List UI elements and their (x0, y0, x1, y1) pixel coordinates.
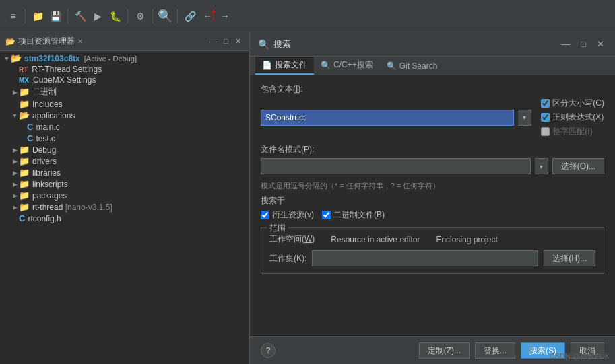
tree-item-rtconfigh[interactable]: C rtconfig.h (0, 213, 249, 224)
toolbar-settings-icon[interactable]: ⚙ (133, 9, 148, 24)
choose-o-btn[interactable]: 选择(O)... (552, 158, 604, 174)
tree-label-packages: packages (32, 191, 67, 201)
search-in-row: 搜索于 衍生资源(v) 二进制文件(B) (261, 195, 604, 221)
tree-item-linkscripts[interactable]: ▶ 📁 linkscripts (0, 178, 249, 190)
folder-icon-linkscripts: 📁 (19, 179, 30, 189)
checkboxes-right: 区分大小写(C) 正则表达式(X) 整字匹配(I) (541, 98, 604, 137)
tree-label-testc: test.c (36, 134, 55, 143)
filename-row: 文件名模式(P): ▾ 选择(O)... (261, 144, 604, 174)
tab-cpp-icon: 🔍 (321, 61, 331, 70)
filename-input[interactable] (261, 158, 531, 174)
tree-arrow-cubemx (11, 77, 19, 83)
content-dropdown-btn[interactable]: ▾ (518, 110, 531, 126)
c-icon-testc: C (27, 133, 33, 143)
tree-arrow-linkscripts: ▶ (11, 181, 19, 188)
tree-label-drivers: drivers (32, 157, 57, 166)
panel-close-icon: ✕ (77, 38, 83, 45)
checkbox-regex[interactable]: 正则表达式(X) (541, 112, 604, 123)
dialog-title-text: 搜索 (273, 38, 291, 50)
main-layout: 📂 项目资源管理器 ✕ — □ ✕ ▼ 📂 stm32f103c8tx [Act… (0, 32, 615, 364)
help-btn[interactable]: ? (261, 343, 276, 358)
tab-searchfiles-icon: 📄 (262, 61, 272, 70)
tree-arrow-libraries: ▶ (11, 170, 19, 176)
tree-item-cubemx[interactable]: MX CubeMX Settings (0, 75, 249, 85)
tree-item-binary[interactable]: ▶ 📁 二进制 (0, 85, 249, 98)
scope-active-editor-option[interactable]: Resource in active editor (331, 235, 420, 244)
search-in-derived[interactable]: 衍生资源(v) (261, 209, 314, 221)
tree-arrow-debug: ▶ (11, 147, 19, 153)
panel-close-btn[interactable]: ✕ (233, 36, 243, 46)
toolbar-save-icon[interactable]: 💾 (48, 9, 63, 24)
tree-arrow-packages: ▶ (11, 192, 19, 199)
content-input[interactable] (261, 110, 514, 126)
panel-maximize-btn[interactable]: □ (222, 36, 230, 46)
tree-item-applications[interactable]: ▼ 📂 applications (0, 110, 249, 121)
rt-icon: RT (19, 66, 28, 73)
tree-item-drivers[interactable]: ▶ 📁 drivers (0, 155, 249, 167)
scope-legend: 范围 (267, 223, 288, 234)
tree-arrow-testc (19, 135, 27, 142)
tree-item-packages[interactable]: ▶ 📁 packages (0, 190, 249, 201)
tab-git-search[interactable]: 🔍 Git Search (380, 59, 445, 75)
tree-item-mainc[interactable]: C main.c (0, 121, 249, 133)
toolbar-build-icon[interactable]: 🔨 (73, 9, 88, 24)
scope-enclosing-option[interactable]: Enclosing project (436, 235, 497, 244)
tab-cpp-search[interactable]: 🔍 C/C++搜索 (314, 57, 380, 75)
toolbar-run-icon[interactable]: ▶ (90, 9, 105, 24)
tab-cpp-label: C/C++搜索 (333, 59, 373, 71)
whole-word-checkbox (541, 127, 550, 136)
dialog-maximize-btn[interactable]: □ (578, 39, 589, 49)
toolbar-forward-icon[interactable]: → (218, 9, 232, 24)
checkbox-case-sensitive[interactable]: 区分大小写(C) (541, 98, 604, 109)
regex-checkbox[interactable] (541, 113, 550, 122)
checkbox-regex-label: 正则表达式(X) (552, 112, 604, 123)
filename-dropdown-btn[interactable]: ▾ (535, 158, 548, 174)
panel-actions: — □ ✕ (207, 36, 243, 46)
panel-minimize-btn[interactable]: — (207, 36, 219, 46)
toolbar-new-icon[interactable]: 📁 (30, 9, 45, 24)
checkbox-whole-word[interactable]: 整字匹配(I) (541, 126, 604, 137)
tree-item-libraries[interactable]: ▶ 📁 libraries (0, 167, 249, 178)
checkbox-wholeword-label: 整字匹配(I) (552, 126, 592, 137)
toolbar-search-icon[interactable]: 🔍 (158, 9, 172, 24)
binary-checkbox[interactable] (322, 211, 331, 219)
tree-item-rtthread2[interactable]: ▶ 📁 rt-thread [nano-v3.1.5] (0, 201, 249, 213)
folder-icon-libraries: 📁 (19, 168, 30, 178)
mx-icon: MX (19, 77, 29, 84)
toolbar-back-icon[interactable]: ← (200, 9, 215, 24)
folder-icon-packages: 📁 (19, 190, 30, 201)
toolbar: ≡ 📁 💾 🔨 ▶ 🐛 ⚙ 🔍 🔗 ← → (0, 0, 615, 32)
customize-btn[interactable]: 定制(Z)... (419, 342, 470, 359)
scope-section: 范围 工作空间(W) Resource in active editor Enc… (261, 227, 604, 274)
dialog-minimize-btn[interactable]: — (558, 39, 573, 49)
tree-item-rtthread[interactable]: RT RT-Thread Settings (0, 64, 249, 75)
replace-btn[interactable]: 替换... (475, 342, 515, 359)
tab-search-files[interactable]: 📄 搜索文件 (255, 57, 314, 75)
toolbar-sep2 (67, 9, 68, 23)
dialog-titlebar: 🔍 搜索 — □ ✕ (250, 32, 615, 57)
dialog-close-btn[interactable]: ✕ (594, 39, 607, 49)
tree-arrow-rtthread (11, 66, 19, 73)
tree-arrow-applications: ▼ (11, 112, 19, 119)
toolbar-menu-icon[interactable]: ≡ (5, 9, 20, 24)
case-sensitive-checkbox[interactable] (541, 99, 550, 108)
binary-label: 二进制文件(B) (333, 209, 385, 221)
file-tree: ▼ 📂 stm32f103c8tx [Active - Debug] RT RT… (0, 51, 249, 364)
choose-h-btn[interactable]: 选择(H)... (544, 250, 595, 266)
tree-item-testc[interactable]: C test.c (0, 133, 249, 144)
tab-git-icon: 🔍 (387, 61, 397, 71)
filename-input-row: ▾ 选择(O)... (261, 158, 604, 174)
checkbox-case-label: 区分大小写(C) (552, 98, 604, 109)
search-in-binary[interactable]: 二进制文件(B) (322, 209, 385, 221)
tree-item-root[interactable]: ▼ 📂 stm32f103c8tx [Active - Debug] (0, 52, 249, 64)
toolbar-sep4 (152, 9, 153, 23)
tree-item-includes[interactable]: 📁 Includes (0, 98, 249, 110)
tree-arrow-rtthread2: ▶ (11, 204, 19, 211)
toolbar-debug-icon[interactable]: 🐛 (108, 9, 123, 24)
scope-workingset-input[interactable] (312, 250, 538, 266)
derived-checkbox[interactable] (261, 211, 269, 219)
tree-item-debug[interactable]: ▶ 📁 Debug (0, 144, 249, 155)
toolbar-link-icon[interactable]: 🔗 (183, 9, 197, 24)
scope-workspace-option[interactable]: 工作空间(W) (269, 233, 315, 245)
dialog-title: 🔍 搜索 (258, 38, 291, 50)
